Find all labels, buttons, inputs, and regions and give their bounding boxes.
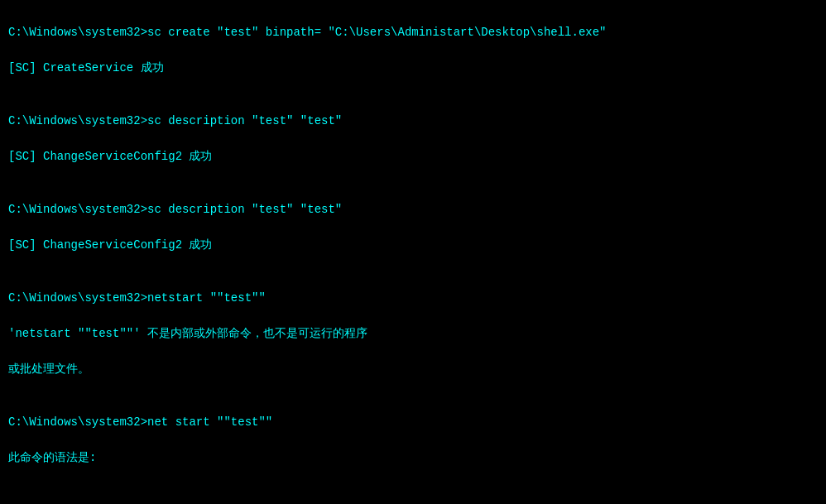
empty-line [8,272,818,290]
output-line: [SC] ChangeServiceConfig2 成功 [8,148,818,166]
empty-line [8,94,818,113]
output-line: 此命令的语法是: [8,449,818,468]
empty-line [8,396,818,414]
command-line: C:\Windows\system32>sc description "test… [8,113,818,131]
output-line: 'netstart ""test""' 不是内部或外部命令，也不是可运行的程序 [8,325,818,343]
output-line: [SC] CreateService 成功 [8,60,818,78]
output-line: [SC] ChangeServiceConfig2 成功 [8,237,818,255]
command-line: C:\Windows\system32>sc create "test" bin… [8,24,818,42]
empty-line [8,183,818,201]
command-line: C:\Windows\system32>sc description "test… [8,201,818,219]
command-line: C:\Windows\system32>netstart ""test"" [8,290,818,308]
output-line: 或批处理文件。 [8,361,818,379]
empty-line [8,484,818,502]
command-line: C:\Windows\system32>net start ""test"" [8,414,818,432]
terminal-window: C:\Windows\system32>sc create "test" bin… [8,7,818,504]
